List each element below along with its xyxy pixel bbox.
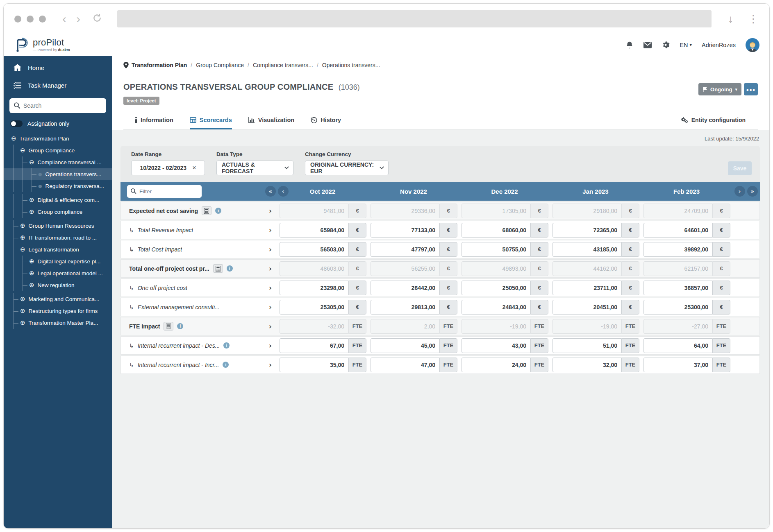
clear-icon[interactable]: × xyxy=(192,164,196,172)
value-input[interactable] xyxy=(552,242,621,257)
tree-item-compliance-transversal[interactable]: ⊖Compliance transversal ... xyxy=(4,156,112,168)
search-input[interactable] xyxy=(9,98,106,113)
tab-history[interactable]: History xyxy=(311,111,341,129)
expand-plus-icon[interactable]: ⊕ xyxy=(20,320,25,326)
value-input[interactable] xyxy=(280,300,348,315)
back-icon[interactable]: ‹ xyxy=(62,13,66,25)
breadcrumb-item[interactable]: Operations transvers... xyxy=(322,62,380,68)
tree-item-new-regulation[interactable]: ⊕New regulation xyxy=(4,279,112,291)
tree-item-digital-efficiency-com[interactable]: ⊕Digital & efficiency com... xyxy=(4,194,112,206)
info-icon[interactable]: i xyxy=(223,362,229,368)
expand-plus-icon[interactable]: ⊕ xyxy=(29,270,34,276)
assignation-toggle[interactable] xyxy=(10,120,23,127)
tab-scorecards[interactable]: Scorecards xyxy=(190,111,232,129)
expand-row-icon[interactable]: › xyxy=(269,284,272,292)
tree-item-regulatory-transversa[interactable]: ●Regulatory transversa... xyxy=(4,180,112,192)
value-input[interactable] xyxy=(371,300,439,315)
settings-gear-icon[interactable] xyxy=(662,41,670,49)
expand-row-icon[interactable]: › xyxy=(269,245,272,254)
date-range-input[interactable]: 10/2022 - 02/2023 × xyxy=(131,161,205,175)
tree-item-it-transformation-road-to[interactable]: ⊕IT transformation: road to ... xyxy=(4,232,112,244)
breadcrumb-item[interactable]: Transformation Plan xyxy=(132,62,187,68)
expand-plus-icon[interactable]: ⊕ xyxy=(20,296,25,302)
info-icon[interactable]: i xyxy=(177,323,183,329)
expand-row-icon[interactable]: › xyxy=(269,342,272,350)
expand-plus-icon[interactable]: ⊕ xyxy=(20,308,25,314)
value-input[interactable] xyxy=(643,338,712,353)
data-type-select[interactable]: ACTUALS & FORECAST xyxy=(216,161,293,175)
collapse-minus-icon[interactable]: ⊖ xyxy=(29,159,34,165)
value-input[interactable] xyxy=(552,300,621,315)
expand-row-icon[interactable]: › xyxy=(269,303,272,311)
calculator-icon[interactable] xyxy=(202,206,211,215)
tree-item-group-compliance[interactable]: ⊖Group Compliance xyxy=(4,145,112,156)
value-input[interactable] xyxy=(462,223,530,238)
tree-item-restructuring-types-for-firms[interactable]: ⊕Restructuring types for firms xyxy=(4,305,112,317)
value-input[interactable] xyxy=(552,358,621,372)
tree-item-digital-legal-expertise-pl[interactable]: ⊕Digital legal expertise pl... xyxy=(4,256,112,267)
currency-select[interactable]: ORIGINAL CURRENCY: EUR xyxy=(305,161,389,175)
user-name[interactable]: AdrienRozes xyxy=(702,42,736,48)
value-input[interactable] xyxy=(643,281,712,295)
status-button[interactable]: Ongoing ▾ xyxy=(698,83,741,95)
expand-plus-icon[interactable]: ⊕ xyxy=(29,258,34,265)
value-input[interactable] xyxy=(462,300,530,315)
tree-item-transformation-master-pla[interactable]: ⊕Transformation Master Pla... xyxy=(4,317,112,329)
sidebar-item-task-manager[interactable]: Task Manager xyxy=(4,77,112,94)
address-bar[interactable] xyxy=(117,10,712,27)
value-input[interactable] xyxy=(280,281,348,295)
window-button[interactable] xyxy=(39,16,46,23)
value-input[interactable] xyxy=(643,300,712,315)
pager-last-icon[interactable]: » xyxy=(747,186,758,197)
download-icon[interactable]: ↓ xyxy=(728,13,733,25)
info-icon[interactable]: i xyxy=(227,265,233,272)
info-icon[interactable]: i xyxy=(215,208,221,214)
tree-item-operations-transvers[interactable]: ●Operations transvers... xyxy=(4,168,112,180)
value-input[interactable] xyxy=(643,242,712,257)
collapse-minus-icon[interactable]: ⊖ xyxy=(20,247,25,253)
save-button[interactable]: Save xyxy=(728,161,752,175)
value-input[interactable] xyxy=(371,338,439,353)
more-actions-button[interactable]: ●●● xyxy=(744,83,758,95)
window-button[interactable] xyxy=(14,16,21,23)
value-input[interactable] xyxy=(643,358,712,372)
tree-item-marketing-and-communica[interactable]: ⊕Marketing and Communica... xyxy=(4,293,112,305)
forward-icon[interactable]: › xyxy=(76,13,80,25)
tree-item-group-compliance[interactable]: ⊕Group compliance xyxy=(4,206,112,218)
expand-row-icon[interactable]: › xyxy=(269,361,272,369)
reload-icon[interactable] xyxy=(92,13,102,25)
entity-configuration-button[interactable]: Entity configuration xyxy=(681,111,746,129)
notifications-bell-icon[interactable] xyxy=(625,41,634,49)
value-input[interactable] xyxy=(280,242,348,257)
messages-envelope-icon[interactable] xyxy=(643,41,652,49)
tab-visualization[interactable]: Visualization xyxy=(248,111,294,129)
value-input[interactable] xyxy=(280,358,348,372)
tree-item-group-human-ressources[interactable]: ⊕Group Human Ressources xyxy=(4,220,112,232)
avatar[interactable] xyxy=(746,38,759,52)
collapse-minus-icon[interactable]: ⊖ xyxy=(11,136,16,142)
info-icon[interactable]: i xyxy=(223,342,230,349)
value-input[interactable] xyxy=(280,338,348,353)
calculator-icon[interactable] xyxy=(213,264,223,273)
value-input[interactable] xyxy=(462,242,530,257)
value-input[interactable] xyxy=(280,223,348,238)
value-input[interactable] xyxy=(371,281,439,295)
tree-item-transformation-plan[interactable]: ⊖Transformation Plan xyxy=(4,133,112,145)
expand-row-icon[interactable]: › xyxy=(269,207,272,215)
expand-row-icon[interactable]: › xyxy=(269,226,272,234)
value-input[interactable] xyxy=(371,358,439,372)
tree-item-legal-operational-model[interactable]: ⊕Legal operational model ... xyxy=(4,267,112,279)
window-button[interactable] xyxy=(27,16,34,23)
expand-row-icon[interactable]: › xyxy=(269,322,272,331)
value-input[interactable] xyxy=(552,281,621,295)
sidebar-item-home[interactable]: Home xyxy=(4,59,112,77)
value-input[interactable] xyxy=(462,358,530,372)
expand-row-icon[interactable]: › xyxy=(269,265,272,273)
collapse-minus-icon[interactable]: ⊖ xyxy=(20,147,25,154)
expand-plus-icon[interactable]: ⊕ xyxy=(29,282,34,288)
expand-plus-icon[interactable]: ⊕ xyxy=(20,223,25,229)
expand-plus-icon[interactable]: ⊕ xyxy=(29,209,34,215)
value-input[interactable] xyxy=(462,281,530,295)
calculator-icon[interactable] xyxy=(164,322,173,331)
value-input[interactable] xyxy=(552,223,621,238)
